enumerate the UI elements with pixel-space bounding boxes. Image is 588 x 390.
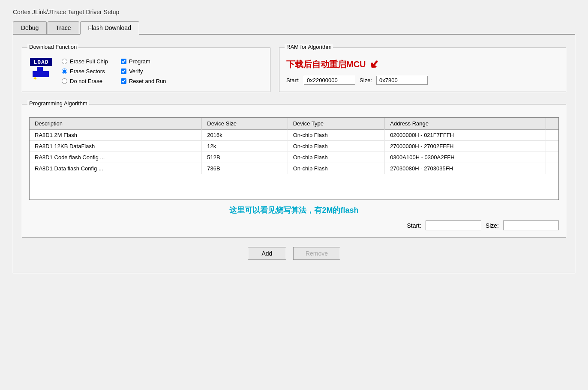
load-visual: ✦ (31, 67, 51, 83)
ram-section-inner: 下载后自动重启MCU ➜ Start: Size: (286, 54, 559, 85)
cell-device_type: On-chip Flash (288, 141, 385, 152)
algo-size-label: Size: (486, 222, 499, 229)
download-function-group: Download Function LOAD ✦ (22, 48, 270, 92)
cell-device_size: 736B (202, 163, 288, 174)
ram-algorithm-group: RAM for Algorithm 下载后自动重启MCU ➜ Start: Si… (279, 48, 566, 92)
table-row[interactable]: RA8D1 Data flash Config ...736BOn-chip F… (30, 163, 558, 174)
algo-table: Description Device Size Device Type Addr… (30, 118, 558, 174)
algo-start-label: Start: (407, 222, 421, 229)
algo-table-wrapper: Description Device Size Device Type Addr… (29, 117, 559, 200)
checkbox-options: Program Verify Reset and Run (121, 58, 166, 84)
programming-algorithm-group: Programming Algorithm Description Device… (22, 104, 566, 238)
erase-full-chip-label: Erase Full Chip (70, 58, 108, 65)
ram-size-label: Size: (360, 77, 372, 83)
tab-trace[interactable]: Trace (48, 21, 79, 34)
program-checkbox[interactable] (121, 59, 126, 64)
verify-checkbox[interactable] (121, 68, 126, 74)
cell-device_size: 512B (202, 152, 288, 163)
ram-start-input[interactable] (304, 76, 355, 85)
program-label: Program (129, 58, 150, 65)
cell-address_range: 0300A100H - 0300A2FFH (385, 152, 546, 163)
erase-full-chip-radio[interactable] (62, 59, 67, 64)
load-text: LOAD (30, 58, 52, 66)
algo-start-input[interactable] (426, 220, 481, 230)
erase-full-chip-option[interactable]: Erase Full Chip (62, 58, 108, 65)
red-arrow-icon: ➜ (366, 56, 383, 73)
top-sections: Download Function LOAD ✦ (22, 48, 566, 100)
svg-marker-2 (37, 67, 39, 73)
col-header-device-type: Device Type (288, 118, 385, 130)
table-row[interactable]: RA8D1 12KB DataFlash12kOn-chip Flash2700… (30, 141, 558, 152)
cell-extra (546, 141, 558, 152)
buttons-row: Add Remove (22, 247, 566, 260)
cell-address_range: 27000000H - 27002FFFH (385, 141, 546, 152)
remove-button[interactable]: Remove (293, 247, 340, 260)
tabs-bar: Debug Trace Flash Download (13, 21, 575, 35)
add-button[interactable]: Add (248, 247, 286, 260)
reset-and-run-checkbox[interactable] (121, 78, 126, 84)
ram-start-label: Start: (286, 77, 300, 83)
program-option[interactable]: Program (121, 58, 166, 65)
verify-label: Verify (129, 68, 143, 74)
do-not-erase-radio[interactable] (62, 78, 67, 84)
cell-description: RA8D1 12KB DataFlash (30, 141, 202, 152)
cell-description: RA8D1 Code flash Config ... (30, 152, 202, 163)
cell-device_size: 2016k (202, 130, 288, 141)
cell-device_size: 12k (202, 141, 288, 152)
cell-address_range: 02000000H - 021F7FFFH (385, 130, 546, 141)
svg-text:✦: ✦ (33, 75, 38, 81)
svg-marker-1 (39, 67, 43, 71)
cell-extra (546, 152, 558, 163)
col-header-description: Description (30, 118, 202, 130)
ram-row: Start: Size: (286, 76, 559, 85)
start-size-row: Start: Size: (29, 220, 559, 230)
download-function-inner: LOAD ✦ (29, 54, 263, 84)
cell-device_type: On-chip Flash (288, 163, 385, 174)
programming-algorithm-legend: Programming Algorithm (27, 100, 89, 107)
main-content: Download Function LOAD ✦ (13, 35, 575, 273)
table-row[interactable]: RA8D1 2M Flash2016kOn-chip Flash02000000… (30, 130, 558, 141)
col-header-extra (546, 118, 558, 130)
erase-sectors-radio[interactable] (62, 68, 67, 74)
algo-content: Description Device Size Device Type Addr… (29, 110, 559, 230)
cell-extra (546, 163, 558, 174)
cell-device_type: On-chip Flash (288, 130, 385, 141)
tab-debug[interactable]: Debug (13, 21, 47, 34)
do-not-erase-option[interactable]: Do not Erase (62, 78, 108, 84)
ram-annotation: 下载后自动重启MCU ➜ (286, 57, 559, 71)
ram-algorithm-legend: RAM for Algorithm (285, 44, 333, 50)
cell-extra (546, 130, 558, 141)
erase-sectors-label: Erase Sectors (70, 68, 105, 74)
load-icon: LOAD ✦ (29, 58, 53, 82)
window-title: Cortex JLink/JTrace Target Driver Setup (13, 9, 575, 15)
col-header-address-range: Address Range (385, 118, 546, 130)
reset-and-run-label: Reset and Run (129, 78, 166, 84)
cell-description: RA8D1 2M Flash (30, 130, 202, 141)
erase-sectors-option[interactable]: Erase Sectors (62, 68, 108, 74)
algo-size-input[interactable] (503, 220, 559, 230)
tab-flash-download[interactable]: Flash Download (80, 21, 139, 35)
reset-and-run-option[interactable]: Reset and Run (121, 78, 166, 84)
annotation-cyan: 这里可以看见烧写算法，有2M的flash (29, 205, 559, 215)
download-function-legend: Download Function (27, 44, 78, 50)
cell-description: RA8D1 Data flash Config ... (30, 163, 202, 174)
ram-annotation-text: 下载后自动重启MCU (286, 59, 366, 70)
table-row[interactable]: RA8D1 Code flash Config ...512BOn-chip F… (30, 152, 558, 163)
table-header-row: Description Device Size Device Type Addr… (30, 118, 558, 130)
ram-size-input[interactable] (376, 76, 428, 85)
verify-option[interactable]: Verify (121, 68, 166, 74)
do-not-erase-label: Do not Erase (70, 78, 102, 84)
empty-rows (30, 174, 558, 199)
erase-options: Erase Full Chip Erase Sectors Do not Era… (62, 58, 108, 84)
cell-address_range: 27030080H - 2703035FH (385, 163, 546, 174)
col-header-device-size: Device Size (202, 118, 288, 130)
cell-device_type: On-chip Flash (288, 152, 385, 163)
